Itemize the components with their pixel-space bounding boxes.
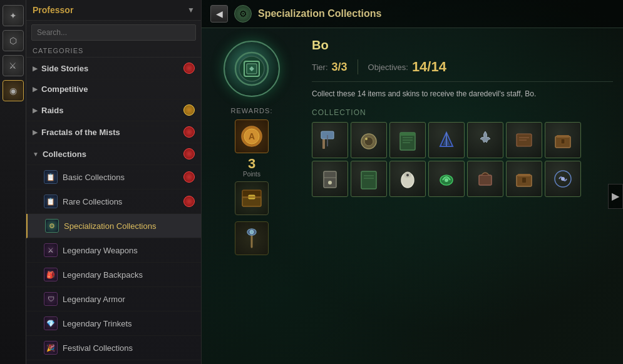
player-name: Professor [33,5,73,15]
festival-collections-icon: 🎉 [44,341,58,355]
sidebar-label-legendary-weapons: Legendary Weapons [63,246,138,255]
grid-item-13[interactable] [506,161,542,197]
sidebar-item-competitive[interactable]: ▶ Competitive [26,79,201,99]
sidebar-label-spec-collections: Specialization Collections [64,221,156,231]
sidebar-item-collections[interactable]: ▼ Collections [26,143,201,165]
collection-description: Collect these 14 items and skins to rece… [312,88,613,99]
grid-item-5[interactable] [467,122,503,158]
left-panel: Rewards: A 3 Points [202,28,302,364]
search-input[interactable] [31,24,196,41]
sidebar-item-legendary-weapons[interactable]: ⚔ Legendary Weapons [26,238,201,263]
expand-icon: ▶ [33,86,38,93]
main-body: Rewards: A 3 Points [202,28,623,364]
badge-raids [183,104,195,116]
reward-staff [235,221,269,255]
sidebar-item-specialization-collections[interactable]: ⚙ Specialization Collections [26,214,201,238]
next-page-button[interactable]: ▶ [608,184,623,209]
svg-rect-32 [561,139,565,144]
rewards-label: Rewards: [231,107,273,114]
nav-compass-button[interactable]: ✦ [3,5,24,26]
badge-fractals [183,126,195,138]
sidebar-item-legendary-armor[interactable]: 🛡 Legendary Armor [26,287,201,311]
nav-map-button[interactable]: ⬡ [3,30,24,51]
svg-point-20 [365,138,368,140]
badge-basic [183,171,195,183]
sidebar-list: ▶ Side Stories ▶ Competitive ▶ Raids ▶ F… [26,58,201,364]
legendary-trinkets-icon: 💎 [44,316,58,330]
grid-item-1[interactable] [312,122,348,158]
collection-section-label: Collection [312,108,613,117]
expand-icon: ▶ [33,129,38,136]
reward-points: 3 Points [235,157,269,178]
svg-rect-44 [479,175,492,185]
grid-item-11[interactable] [428,161,465,197]
svg-point-14 [250,230,254,234]
expand-icon: ▼ [33,151,39,158]
stat-divider [358,59,358,74]
objectives-group: Objectives: 14/14 [368,59,446,75]
sidebar-label-rare-collections: Rare Collections [63,197,122,206]
sidebar-item-rare-collections[interactable]: 📋 Rare Collections [26,190,201,214]
main-content: ◀ ⚙ Specialization Collections Rewards: [202,0,623,364]
back-button[interactable]: ◀ [210,5,228,23]
grid-item-14[interactable] [545,161,581,197]
svg-text:A: A [249,131,255,141]
grid-item-2[interactable] [351,122,387,158]
tier-value: 3/3 [332,61,348,74]
badge-side-stories [183,63,195,74]
grid-item-3[interactable] [389,122,426,158]
sidebar-label-legendary-backpacks: Legendary Backpacks [63,270,143,280]
grid-item-9[interactable] [351,161,387,197]
svg-point-49 [561,177,565,181]
points-value: 3 [248,157,255,171]
sidebar-label-fractals: Fractals of the Mists [41,128,120,137]
sidebar-header: Professor ▼ [26,0,201,21]
header-icon: ⚙ [234,5,252,23]
grid-item-12[interactable] [467,161,503,197]
right-panel: Bo Tier: 3/3 Objectives: 14/14 Collect t… [302,28,623,364]
grid-item-10[interactable] [389,161,426,197]
sidebar-label-collections: Collections [43,149,86,159]
sidebar-label-legendary-trinkets: Legendary Trinkets [63,319,132,328]
sidebar-item-basic-collections[interactable]: 📋 Basic Collections [26,165,201,190]
svg-point-43 [445,178,448,182]
grid-item-6[interactable] [506,122,542,158]
collection-icon [224,41,280,97]
sidebar-item-side-stories[interactable]: ▶ Side Stories [26,58,201,79]
grid-item-7[interactable] [545,122,581,158]
categories-label: Categories [26,44,201,58]
sidebar-label-legendary-armor: Legendary Armor [63,295,125,304]
expand-icon: ▶ [33,65,38,72]
sidebar-label-competitive: Competitive [41,84,88,94]
sidebar-item-raids[interactable]: ▶ Raids [26,99,201,121]
sidebar-item-legendary-trinkets[interactable]: 💎 Legendary Trinkets [26,311,201,336]
objectives-value: 14/14 [412,59,446,75]
collection-name: Bo [312,38,613,53]
svg-rect-31 [557,135,569,138]
grid-item-4[interactable] [428,122,465,158]
sidebar-item-legendary-backpacks[interactable]: 🎒 Legendary Backpacks [26,263,201,287]
header-title: Specialization Collections [258,8,381,19]
points-label: Points [243,171,260,178]
sidebar-label-raids: Raids [41,106,63,115]
svg-rect-46 [518,174,530,176]
svg-point-41 [406,174,409,176]
grid-item-8[interactable] [312,161,348,197]
nav-sword-button[interactable]: ⚔ [3,55,24,76]
sidebar-item-fractals[interactable]: ▶ Fractals of the Mists [26,121,201,143]
legendary-weapons-icon: ⚔ [44,243,58,257]
main-header: ◀ ⚙ Specialization Collections [202,0,623,28]
svg-rect-33 [324,171,336,188]
spec-collections-icon: ⚙ [45,219,59,233]
reward-chest [235,181,269,215]
nav-eye-button[interactable]: ◉ [3,80,24,101]
svg-point-35 [328,181,332,185]
badge-rare [183,196,195,207]
badge-collections [183,148,195,159]
stats-row: Tier: 3/3 Objectives: 14/14 [312,59,613,82]
sidebar-dropdown-arrow[interactable]: ▼ [187,6,195,14]
sidebar-item-festival-collections[interactable]: 🎉 Festival Collections [26,336,201,360]
svg-rect-15 [322,138,325,149]
collection-items-grid [312,122,613,197]
tier-group: Tier: 3/3 [312,61,348,74]
